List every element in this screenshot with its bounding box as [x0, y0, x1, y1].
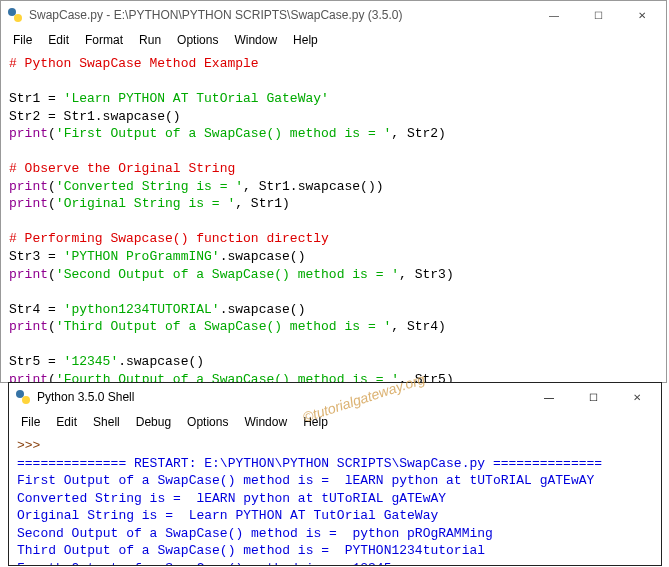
shell-output-line: Second Output of a SwapCase() method is … — [17, 526, 493, 541]
menu-help[interactable]: Help — [295, 413, 336, 431]
shell-menubar: File Edit Shell Debug Options Window Hel… — [9, 411, 661, 433]
code-string: 'Converted String is = ' — [56, 179, 243, 194]
code-text: ( — [48, 126, 56, 141]
code-string: 'python1234TUTORIAL' — [64, 302, 220, 317]
code-text: , Str5) — [399, 372, 454, 382]
code-text: ( — [48, 319, 56, 334]
menu-shell[interactable]: Shell — [85, 413, 128, 431]
code-text: , Str1.swapcase()) — [243, 179, 383, 194]
code-comment: # Observe the Original String — [9, 161, 235, 176]
menu-options[interactable]: Options — [179, 413, 236, 431]
code-text: .swapcase() — [220, 302, 306, 317]
svg-point-1 — [14, 14, 22, 22]
code-builtin: print — [9, 267, 48, 282]
menu-file[interactable]: File — [13, 413, 48, 431]
code-text: .swapcase() — [220, 249, 306, 264]
code-text: ( — [48, 196, 56, 211]
code-text: , Str4) — [391, 319, 446, 334]
editor-titlebar[interactable]: SwapCase.py - E:\PYTHON\PYTHON SCRIPTS\S… — [1, 1, 666, 29]
code-text: Str5 = — [9, 354, 64, 369]
shell-window: Python 3.5.0 Shell — ☐ ✕ File Edit Shell… — [8, 382, 662, 566]
minimize-button[interactable]: — — [527, 384, 571, 410]
shell-title: Python 3.5.0 Shell — [37, 390, 527, 404]
code-string: 'Learn PYTHON AT TutOrial GateWay' — [64, 91, 329, 106]
shell-window-controls: — ☐ ✕ — [527, 384, 659, 410]
code-comment: # Performing Swapcase() function directl… — [9, 231, 329, 246]
menu-run[interactable]: Run — [131, 31, 169, 49]
menu-debug[interactable]: Debug — [128, 413, 179, 431]
code-string: 'Fourth Output of a SwapCase() method is… — [56, 372, 399, 382]
code-string: 'Third Output of a SwapCase() method is … — [56, 319, 391, 334]
code-string: 'First Output of a SwapCase() method is … — [56, 126, 391, 141]
editor-window: SwapCase.py - E:\PYTHON\PYTHON SCRIPTS\S… — [0, 0, 667, 383]
menu-window[interactable]: Window — [226, 31, 285, 49]
shell-titlebar[interactable]: Python 3.5.0 Shell — ☐ ✕ — [9, 383, 661, 411]
code-text: ( — [48, 179, 56, 194]
code-comment: # Python SwapCase Method Example — [9, 56, 259, 71]
code-text: Str2 = Str1.swapcase() — [9, 109, 181, 124]
python-icon — [15, 389, 31, 405]
shell-output-area[interactable]: >>> ============== RESTART: E:\PYTHON\PY… — [9, 433, 661, 565]
code-text: .swapcase() — [118, 354, 204, 369]
code-text: , Str3) — [399, 267, 454, 282]
menu-file[interactable]: File — [5, 31, 40, 49]
code-string: 'Original String is = ' — [56, 196, 235, 211]
code-text: ( — [48, 372, 56, 382]
minimize-button[interactable]: — — [532, 2, 576, 28]
close-button[interactable]: ✕ — [620, 2, 664, 28]
editor-menubar: File Edit Format Run Options Window Help — [1, 29, 666, 51]
code-text: Str4 = — [9, 302, 64, 317]
menu-edit[interactable]: Edit — [48, 413, 85, 431]
shell-restart-line: ============== RESTART: E:\PYTHON\PYTHON… — [17, 456, 602, 471]
menu-options[interactable]: Options — [169, 31, 226, 49]
code-builtin: print — [9, 196, 48, 211]
shell-output-line: Original String is = Learn PYTHON AT Tut… — [17, 508, 438, 523]
maximize-button[interactable]: ☐ — [576, 2, 620, 28]
shell-output-line: Converted String is = lEARN python at tU… — [17, 491, 446, 506]
code-string: 'Second Output of a SwapCase() method is… — [56, 267, 399, 282]
code-text: ( — [48, 267, 56, 282]
maximize-button[interactable]: ☐ — [571, 384, 615, 410]
editor-title: SwapCase.py - E:\PYTHON\PYTHON SCRIPTS\S… — [29, 8, 532, 22]
editor-window-controls: — ☐ ✕ — [532, 2, 664, 28]
code-builtin: print — [9, 179, 48, 194]
code-builtin: print — [9, 319, 48, 334]
svg-point-0 — [8, 8, 16, 16]
shell-output-line: First Output of a SwapCase() method is =… — [17, 473, 594, 488]
close-button[interactable]: ✕ — [615, 384, 659, 410]
code-text: Str3 = — [9, 249, 64, 264]
shell-output-line: Fourth Output of a SwapCase() method is … — [17, 561, 391, 565]
code-builtin: print — [9, 372, 48, 382]
menu-edit[interactable]: Edit — [40, 31, 77, 49]
editor-code-area[interactable]: # Python SwapCase Method Example Str1 = … — [1, 51, 666, 382]
code-string: 'PYTHON ProGrammING' — [64, 249, 220, 264]
menu-help[interactable]: Help — [285, 31, 326, 49]
code-text: , Str1) — [235, 196, 290, 211]
code-text: , Str2) — [391, 126, 446, 141]
python-icon — [7, 7, 23, 23]
svg-point-2 — [16, 390, 24, 398]
code-string: '12345' — [64, 354, 119, 369]
code-builtin: print — [9, 126, 48, 141]
code-text: Str1 = — [9, 91, 64, 106]
shell-output-line: Third Output of a SwapCase() method is =… — [17, 543, 485, 558]
shell-prompt: >>> — [17, 438, 40, 453]
menu-format[interactable]: Format — [77, 31, 131, 49]
menu-window[interactable]: Window — [236, 413, 295, 431]
svg-point-3 — [22, 396, 30, 404]
